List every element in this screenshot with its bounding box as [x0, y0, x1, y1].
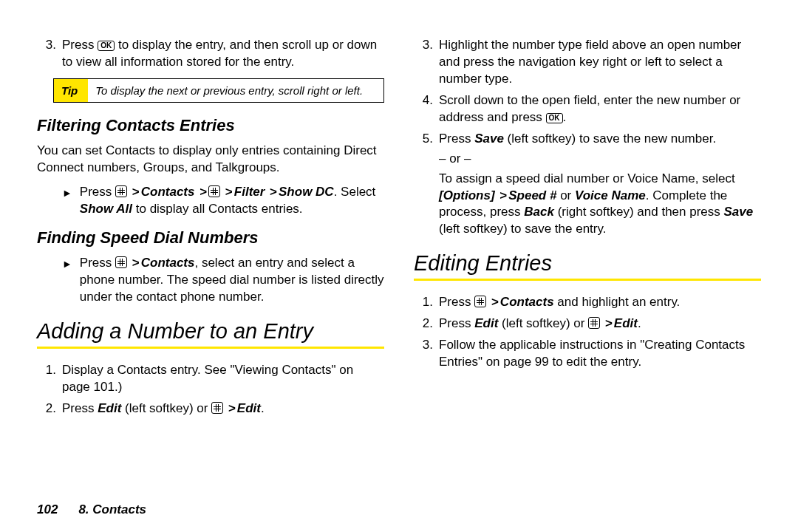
t: (left softkey) or: [498, 316, 588, 330]
t: Save: [724, 205, 754, 219]
t: Filter: [234, 185, 265, 199]
step-text: Press Edit (left softkey) or >Edit.: [439, 316, 761, 332]
or-divider: – or –: [439, 151, 761, 168]
list-item: 4. Scroll down to the open field, enter …: [414, 92, 761, 126]
step-text: Press OK to display the entry, and then …: [62, 37, 384, 71]
chevron-right-icon: >: [270, 185, 277, 199]
t: and highlight an entry.: [554, 295, 681, 309]
right-column: 3. Highlight the number type field above…: [414, 37, 761, 488]
t: Press: [439, 316, 474, 330]
heading-speed: Finding Speed Dial Numbers: [37, 228, 384, 248]
page-footer: 102 8. Contacts: [0, 502, 798, 532]
t: Press: [62, 401, 98, 415]
t: or: [556, 188, 575, 202]
tip-box: Tip To display the next or previous entr…: [53, 78, 384, 103]
t: Contacts: [141, 256, 195, 270]
menu-icon: [474, 296, 486, 307]
t: (right softkey) and then press: [554, 205, 724, 219]
t: (left softkey) to save the entry.: [439, 222, 606, 236]
t: . Select: [334, 185, 376, 199]
list-item: 2. Press Edit (left softkey) or >Edit.: [414, 316, 761, 332]
list-item: 3. Follow the applicable instructions in…: [414, 337, 761, 371]
heading-filter: Filtering Contacts Entries: [37, 116, 384, 135]
step-number: 3.: [37, 37, 62, 71]
t: Speed #: [508, 188, 556, 202]
list-item: 1. Press >Contacts and highlight an entr…: [414, 294, 761, 311]
chevron-right-icon: >: [228, 401, 236, 415]
t: [Options]: [439, 188, 495, 202]
tip-text: To display the next or previous entry, s…: [88, 79, 370, 103]
step-text: Display a Contacts entry. See "Viewing C…: [62, 362, 384, 396]
t: Contacts: [141, 185, 195, 199]
t: Press: [439, 132, 474, 146]
chevron-right-icon: >: [491, 295, 499, 309]
t: Edit: [98, 401, 121, 415]
list-item: 2. Press Edit (left softkey) or >Edit.: [37, 400, 384, 417]
divider: [414, 279, 761, 281]
t: Edit: [237, 401, 261, 415]
step-number: 2.: [414, 316, 439, 332]
t: to display all Contacts entries.: [132, 202, 303, 216]
step-number: 3.: [414, 337, 439, 371]
step-number: 5.: [414, 131, 439, 239]
step-text: Press >Contacts and highlight an entry.: [439, 294, 761, 311]
step-text: Press Edit (left softkey) or >Edit.: [62, 400, 384, 417]
chapter-label: 8. Contacts: [78, 502, 146, 517]
t: Press: [80, 185, 115, 199]
step-number: 4.: [414, 92, 439, 126]
menu-icon: [211, 402, 223, 414]
t: To assign a speed dial number or Voice N…: [439, 171, 735, 185]
list-item: 5. Press Save (left softkey) to save the…: [414, 131, 761, 239]
heading-adding: Adding a Number to an Entry: [37, 319, 384, 344]
menu-icon: [115, 185, 127, 197]
step-text: Follow the applicable instructions in "C…: [439, 337, 761, 371]
ok-icon: OK: [546, 113, 563, 123]
heading-editing: Editing Entries: [414, 251, 761, 276]
menu-icon: [588, 317, 600, 329]
t: Press: [439, 295, 474, 309]
t: (left softkey) to save the new number.: [504, 132, 716, 146]
chevron-right-icon: >: [132, 185, 140, 199]
list-item: Press >Contacts, select an entry and sel…: [37, 255, 384, 306]
step-text: Press >Contacts > >Filter >Show DC. Sele…: [80, 184, 384, 218]
t: Edit: [614, 316, 638, 330]
chevron-right-icon: >: [200, 185, 207, 199]
step-number: 1.: [37, 362, 62, 396]
step-number: 3.: [414, 37, 439, 88]
t: Show All: [80, 202, 132, 216]
text: Press: [62, 38, 98, 52]
list-item: Press >Contacts > >Filter >Show DC. Sele…: [37, 184, 384, 218]
step-text: Press >Contacts, select an entry and sel…: [80, 255, 384, 306]
tip-label: Tip: [54, 79, 88, 103]
t: Press: [80, 256, 115, 270]
t: Scroll down to the open field, enter the…: [439, 93, 740, 124]
step-text: Press Save (left softkey) to save the ne…: [439, 131, 761, 239]
left-column: 3. Press OK to display the entry, and th…: [37, 37, 384, 488]
chevron-right-icon: >: [499, 188, 507, 202]
t: Show DC: [279, 185, 334, 199]
t: Back: [524, 205, 554, 219]
chevron-right-icon: >: [225, 185, 233, 199]
page-body: 3. Press OK to display the entry, and th…: [0, 0, 798, 502]
step-number: 2.: [37, 400, 62, 417]
t: Contacts: [500, 295, 554, 309]
t: Save: [474, 132, 504, 146]
step-text: Highlight the number type field above an…: [439, 37, 761, 88]
page-number: 102: [37, 502, 58, 517]
step-number: 1.: [414, 294, 439, 311]
list-item: 1. Display a Contacts entry. See "Viewin…: [37, 362, 384, 396]
t: Voice Name: [575, 188, 646, 202]
ok-icon: OK: [98, 41, 115, 51]
chevron-right-icon: >: [132, 256, 140, 270]
step-text: Scroll down to the open field, enter the…: [439, 92, 761, 126]
list-item: 3. Highlight the number type field above…: [414, 37, 761, 88]
chevron-right-icon: >: [605, 316, 613, 330]
menu-icon: [208, 185, 220, 197]
t: (left softkey) or: [121, 401, 211, 415]
list-item: 3. Press OK to display the entry, and th…: [37, 37, 384, 71]
menu-icon: [115, 256, 127, 268]
t: Edit: [474, 316, 498, 330]
divider: [37, 347, 384, 349]
paragraph: You can set Contacts to display only ent…: [37, 143, 384, 177]
